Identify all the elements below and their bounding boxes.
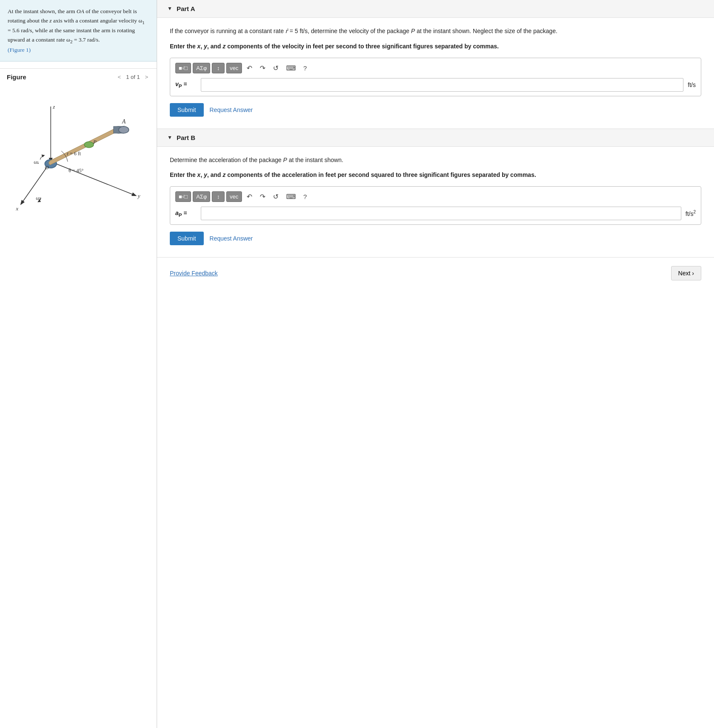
svg-text:ω₂: ω₂ xyxy=(36,195,42,201)
part-b-toolbar-arrow-btn[interactable]: ↕ xyxy=(212,191,225,202)
part-b-label: Part B xyxy=(177,134,195,141)
problem-text: At the instant shown, the arm OA of the … xyxy=(8,8,145,43)
figure-header: Figure < 1 of 1 > xyxy=(0,68,157,85)
part-b-submit-button[interactable]: Submit xyxy=(170,232,204,245)
part-b-toolbar-redo-btn[interactable]: ↷ xyxy=(257,191,268,202)
svg-point-11 xyxy=(119,126,129,133)
part-a-toolbar-sigma-btn[interactable]: ΑΣφ xyxy=(193,63,210,73)
next-button[interactable]: Next › xyxy=(671,266,701,280)
part-a-label: Part A xyxy=(177,5,195,12)
part-b-input-box: ■√□ ΑΣφ ↕ vec ↶ ↷ ↺ ⌨ ? aP = ft/s2 xyxy=(170,186,701,225)
part-b-toggle-icon[interactable]: ▼ xyxy=(167,134,172,141)
svg-text:y: y xyxy=(137,193,141,199)
part-b-toolbar-undo-btn[interactable]: ↶ xyxy=(244,191,255,202)
next-icon: › xyxy=(692,270,694,277)
svg-text:x: x xyxy=(16,205,19,212)
figure-link[interactable]: (Figure 1) xyxy=(8,47,31,53)
part-b-section: ▼ Part B Determine the acceleration of t… xyxy=(157,129,714,258)
provide-feedback-link[interactable]: Provide Feedback xyxy=(170,270,218,277)
part-b-input-row: aP = ft/s2 xyxy=(175,207,696,220)
figure-section: Figure < 1 of 1 > z x y xyxy=(0,62,157,728)
part-a-content: If the conveyor is running at a constant… xyxy=(157,18,714,129)
problem-description: At the instant shown, the arm OA of the … xyxy=(0,0,157,62)
part-a-toolbar-undo-btn[interactable]: ↶ xyxy=(244,62,255,74)
svg-text:z: z xyxy=(53,104,55,110)
part-a-input-box: ■√□ ΑΣφ ↕ vec ↶ ↷ ↺ ⌨ ? vP = ft/s xyxy=(170,58,701,96)
part-b-toolbar: ■√□ ΑΣφ ↕ vec ↶ ↷ ↺ ⌨ ? xyxy=(175,191,696,202)
figure-prev-button[interactable]: < xyxy=(116,73,123,81)
figure-svg: z x y P xyxy=(0,85,157,230)
part-b-toolbar-sqrt-btn[interactable]: ■√□ xyxy=(175,191,191,202)
figure-image-area: z x y P xyxy=(0,85,157,230)
part-a-action-row: Submit Request Answer xyxy=(170,103,701,117)
right-panel: ▼ Part A If the conveyor is running at a… xyxy=(157,0,714,728)
part-a-unit: ft/s xyxy=(688,81,696,88)
part-a-toolbar-vec-btn[interactable]: vec xyxy=(226,63,242,73)
part-a-submit-button[interactable]: Submit xyxy=(170,103,204,117)
part-b-instruction-bold: Enter the x, y, and z components of the … xyxy=(170,170,701,180)
part-b-content: Determine the acceleration of the packag… xyxy=(157,147,714,258)
left-panel: At the instant shown, the arm OA of the … xyxy=(0,0,157,728)
figure-nav: < 1 of 1 > xyxy=(116,73,150,81)
svg-text:θ = 45°: θ = 45° xyxy=(69,168,84,174)
part-a-header: ▼ Part A xyxy=(157,0,714,18)
svg-marker-8 xyxy=(49,128,118,165)
part-b-input-field[interactable] xyxy=(201,207,681,220)
part-a-toolbar-help-btn[interactable]: ? xyxy=(301,63,310,73)
svg-text:P: P xyxy=(93,139,97,145)
part-a-toolbar-sqrt-btn[interactable]: ■√□ xyxy=(175,63,191,73)
part-a-request-answer-link[interactable]: Request Answer xyxy=(210,106,253,113)
part-b-instruction: Determine the acceleration of the packag… xyxy=(170,155,701,165)
part-b-request-answer-link[interactable]: Request Answer xyxy=(210,235,253,242)
part-b-toolbar-keyboard-btn[interactable]: ⌨ xyxy=(283,191,299,202)
part-a-toolbar-reset-btn[interactable]: ↺ xyxy=(270,62,281,74)
part-a-section: ▼ Part A If the conveyor is running at a… xyxy=(157,0,714,129)
svg-text:O: O xyxy=(45,164,49,171)
part-a-input-row: vP = ft/s xyxy=(175,78,696,92)
part-a-toolbar-redo-btn[interactable]: ↷ xyxy=(257,62,268,74)
svg-line-4 xyxy=(51,162,136,196)
part-b-toolbar-help-btn[interactable]: ? xyxy=(301,191,310,202)
part-a-toggle-icon[interactable]: ▼ xyxy=(167,6,172,12)
svg-text:r = 6 ft: r = 6 ft xyxy=(67,151,82,157)
next-label: Next xyxy=(678,270,691,277)
part-a-toolbar-keyboard-btn[interactable]: ⌨ xyxy=(283,62,299,74)
svg-point-12 xyxy=(84,142,94,148)
svg-text:A: A xyxy=(122,118,126,125)
part-a-input-label: vP = xyxy=(175,81,197,89)
svg-text:ω₁: ω₁ xyxy=(34,159,39,165)
feedback-next-row: Provide Feedback Next › xyxy=(157,258,714,289)
part-b-header: ▼ Part B xyxy=(157,129,714,147)
part-b-toolbar-sigma-btn[interactable]: ΑΣφ xyxy=(193,191,210,202)
part-b-toolbar-reset-btn[interactable]: ↺ xyxy=(270,191,281,202)
part-a-toolbar-arrow-btn[interactable]: ↕ xyxy=(212,63,225,73)
part-a-toolbar: ■√□ ΑΣφ ↕ vec ↶ ↷ ↺ ⌨ ? xyxy=(175,62,696,74)
figure-page: 1 of 1 xyxy=(126,74,140,80)
part-b-action-row: Submit Request Answer xyxy=(170,232,701,245)
part-a-instruction-bold: Enter the x, y, and z components of the … xyxy=(170,42,701,52)
part-a-input-field[interactable] xyxy=(201,78,683,92)
part-b-unit: ft/s2 xyxy=(686,210,696,217)
part-b-toolbar-vec-btn[interactable]: vec xyxy=(226,191,242,202)
figure-title: Figure xyxy=(7,73,26,81)
part-a-instruction: If the conveyor is running at a constant… xyxy=(170,26,701,36)
part-b-input-label: aP = xyxy=(175,210,197,218)
figure-next-button[interactable]: > xyxy=(143,73,150,81)
